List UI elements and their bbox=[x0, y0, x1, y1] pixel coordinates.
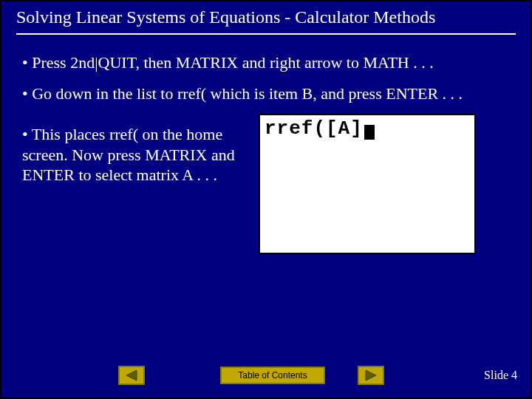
toc-label: Table of Contents bbox=[238, 370, 307, 381]
toc-button[interactable]: Table of Contents bbox=[220, 366, 325, 384]
bullet-item: • Go down in the list to rref( which is … bbox=[22, 83, 510, 104]
bullet-item: • This places rref( on the home screen. … bbox=[22, 124, 244, 185]
title-bar: Solving Linear Systems of Equations - Ca… bbox=[1, 1, 531, 30]
triangle-right-icon bbox=[364, 369, 378, 381]
slide-number: Slide 4 bbox=[484, 369, 517, 382]
page-title: Solving Linear Systems of Equations - Ca… bbox=[16, 7, 516, 27]
footer-bar: Table of Contents Slide 4 bbox=[1, 364, 531, 387]
svg-marker-0 bbox=[126, 370, 137, 381]
calculator-screen: rref([A] bbox=[259, 114, 476, 254]
bullet-item: • Press 2nd|QUIT, then MATRIX and right … bbox=[22, 52, 510, 73]
triangle-left-icon bbox=[125, 369, 138, 381]
calc-line: rref([A] bbox=[265, 117, 363, 140]
bullet-row: • This places rref( on the home screen. … bbox=[22, 114, 510, 254]
next-button[interactable] bbox=[358, 366, 384, 385]
content-area: • Press 2nd|QUIT, then MATRIX and right … bbox=[1, 35, 531, 254]
svg-marker-1 bbox=[366, 370, 376, 381]
prev-button[interactable] bbox=[118, 366, 145, 385]
cursor-icon bbox=[364, 125, 375, 140]
